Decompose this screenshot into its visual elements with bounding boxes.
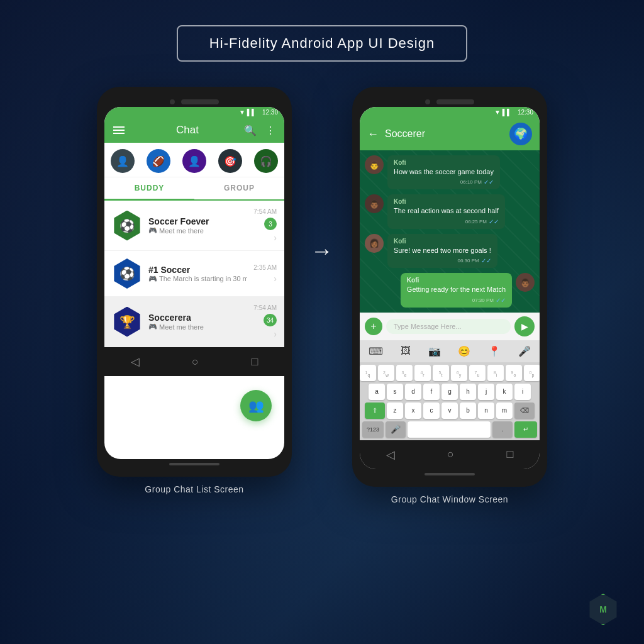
- msg-check-1: ✓✓: [484, 179, 494, 186]
- chat-time-1: 7:54 AM: [253, 208, 277, 215]
- kb-f[interactable]: f: [423, 384, 440, 400]
- wifi-icon: ▼: [239, 109, 245, 116]
- msg-check-2: ✓✓: [489, 218, 499, 225]
- chat-preview-1: 🎮 Meet me there: [148, 226, 247, 235]
- kb-b[interactable]: b: [460, 402, 476, 419]
- kb-k[interactable]: k: [496, 384, 513, 400]
- msg-sender-1: Kofi: [394, 159, 494, 166]
- kb-n[interactable]: n: [478, 402, 494, 419]
- right-nav-bar: ◁ ○ □: [360, 440, 540, 469]
- kb-a[interactable]: a: [369, 384, 385, 400]
- left-time: 12:30: [262, 109, 278, 116]
- mic-icon[interactable]: 🎤: [518, 345, 531, 357]
- kb-shift[interactable]: ⇧: [365, 402, 385, 419]
- chat-info-2: #1 Soccer 🎮 The March is starting in 30 …: [148, 265, 247, 283]
- kb-key-3[interactable]: 3e: [396, 365, 413, 381]
- toolbar-icons: ⌨ 🖼 📷 😊 📍 🎤: [360, 340, 540, 362]
- chat-time-3: 7:54 AM: [253, 304, 277, 311]
- emoji-icon[interactable]: 😊: [458, 345, 470, 357]
- left-phone-frame: ▼ ▌▌ 12:30 Chat 🔍 ⋮: [97, 87, 292, 477]
- more-icon[interactable]: ⋮: [265, 125, 275, 136]
- story-avatar-3: 👤: [182, 149, 206, 173]
- chat-preview-3: 🎮 Meet me there: [148, 323, 247, 331]
- kb-key-1[interactable]: 1q: [360, 365, 376, 381]
- recents-nav-right[interactable]: □: [506, 448, 513, 461]
- transition-arrow: →: [311, 238, 333, 264]
- add-button[interactable]: +: [365, 318, 382, 335]
- kb-enter[interactable]: ↵: [514, 421, 537, 438]
- msg-text-1: How was the soccer game today: [394, 167, 494, 177]
- phone-top-right: [360, 94, 540, 107]
- image-icon[interactable]: 🖼: [401, 345, 411, 357]
- kb-key-4[interactable]: 4r: [414, 365, 431, 381]
- camera-right: [425, 99, 430, 104]
- kb-mic[interactable]: 🎤: [386, 421, 406, 438]
- msg-bubble-4: Kofi Getting ready for the next Match 07…: [401, 273, 512, 307]
- home-nav-left[interactable]: ○: [192, 355, 199, 369]
- hamburger-icon[interactable]: [113, 126, 125, 134]
- home-nav-right[interactable]: ○: [447, 448, 454, 461]
- kb-dot[interactable]: .: [492, 421, 513, 438]
- msg-meta-3: 06:30 PM ✓✓: [394, 257, 491, 264]
- search-icon[interactable]: 🔍: [244, 125, 257, 136]
- camera-icon[interactable]: 📷: [428, 345, 441, 357]
- right-screen-label: Group Chat Window Screen: [391, 494, 508, 504]
- story-item-1[interactable]: 👤: [111, 149, 135, 173]
- fab-button[interactable]: 👥: [240, 390, 272, 421]
- recents-nav-left[interactable]: □: [251, 355, 258, 369]
- kb-j[interactable]: j: [478, 384, 494, 400]
- msg-time-4: 07:30 PM: [472, 297, 494, 303]
- msg-avatar-1: 👨: [365, 155, 384, 174]
- message-input[interactable]: Type Message Here...: [386, 319, 511, 334]
- kb-key-5[interactable]: 5t: [433, 365, 449, 381]
- left-phone-wrapper: ▼ ▌▌ 12:30 Chat 🔍 ⋮: [97, 87, 292, 494]
- kb-c[interactable]: c: [423, 402, 440, 419]
- story-item-2[interactable]: 🏈: [147, 149, 170, 173]
- right-status-icons: ▼ ▌▌: [494, 109, 511, 116]
- kb-z[interactable]: z: [387, 402, 403, 419]
- kb-key-0[interactable]: 0p: [524, 365, 540, 381]
- kb-g[interactable]: g: [441, 384, 458, 400]
- back-button[interactable]: ←: [367, 128, 379, 141]
- kb-key-8[interactable]: 8i: [487, 365, 504, 381]
- kb-row-asdf: a s d f g h j k i: [362, 384, 537, 400]
- chat-item-3[interactable]: 🏆 Soccerera 🎮 Meet me there 7:54 AM: [104, 297, 284, 347]
- kb-i[interactable]: i: [514, 384, 531, 400]
- kb-s[interactable]: s: [387, 384, 403, 400]
- camera-left: [170, 99, 175, 104]
- tab-buddy[interactable]: BUDDY: [104, 177, 194, 201]
- kb-123[interactable]: ?123: [362, 421, 384, 438]
- kb-key-9[interactable]: 9o: [506, 365, 522, 381]
- kb-key-2[interactable]: 2w: [378, 365, 394, 381]
- chat-badge-1: 3: [264, 218, 277, 230]
- tab-group[interactable]: GROUP: [194, 177, 284, 199]
- story-item-3[interactable]: 👤: [182, 149, 206, 173]
- kb-d[interactable]: d: [405, 384, 421, 400]
- back-nav-right[interactable]: ◁: [386, 448, 395, 462]
- kb-v[interactable]: v: [441, 402, 458, 419]
- story-item-5[interactable]: 🎧: [254, 149, 278, 173]
- story-item-4[interactable]: 🎯: [218, 149, 242, 173]
- kb-key-7[interactable]: 7u: [469, 365, 486, 381]
- chat-preview-2: 🎮 The March is starting in 30 mints: [148, 275, 247, 283]
- right-phone-wrapper: ▼ ▌▌ 12:30 ← Soccerer 🌍: [352, 87, 547, 504]
- left-phone-screen: ▼ ▌▌ 12:30 Chat 🔍 ⋮: [104, 107, 284, 459]
- kb-m[interactable]: m: [496, 402, 513, 419]
- kb-x[interactable]: x: [405, 402, 421, 419]
- keyboard: 1q 2w 3e 4r 5t 6y 7u 8i 9o 0p: [360, 362, 540, 440]
- kb-row-bottom: ?123 🎤 . ↵: [362, 421, 537, 438]
- send-button[interactable]: ▶: [514, 316, 535, 336]
- msg-bubble-2: Kofi The real action was at second half …: [387, 194, 505, 228]
- kb-backspace[interactable]: ⌫: [514, 402, 535, 419]
- chat-info-3: Soccerera 🎮 Meet me there: [148, 313, 247, 331]
- chat-item-1[interactable]: ⚽ Soccer Foever 🎮 Meet me there 7:54 AM: [104, 201, 284, 251]
- kb-h[interactable]: h: [460, 384, 476, 400]
- back-nav-left[interactable]: ◁: [131, 355, 140, 369]
- msg-sender-3: Kofi: [394, 238, 491, 245]
- kb-space[interactable]: [408, 421, 491, 438]
- chat-item-2[interactable]: ⚽ #1 Soccer 🎮 The March is starting in 3…: [104, 251, 284, 297]
- arrow-container: →: [311, 238, 333, 264]
- keyboard-icon[interactable]: ⌨: [369, 345, 383, 357]
- location-icon[interactable]: 📍: [488, 345, 501, 357]
- kb-key-6[interactable]: 6y: [451, 365, 467, 381]
